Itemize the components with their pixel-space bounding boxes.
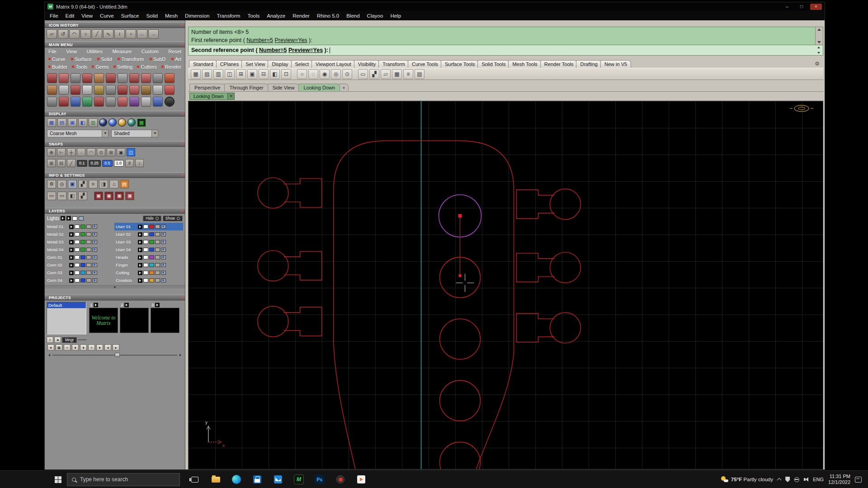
layer-visibility-chip[interactable] (143, 248, 148, 252)
layer-row-finger[interactable]: Finger (114, 261, 183, 269)
lights-secondary-chip[interactable] (79, 216, 84, 221)
layer-material-icon[interactable] (92, 232, 97, 236)
toolbar-icon-15[interactable]: ▞ (369, 69, 379, 79)
panel-header-info-settings[interactable]: INFO & SETTINGS × (45, 172, 185, 178)
tool-icon[interactable] (71, 73, 80, 83)
command-scrollbar[interactable] (815, 27, 823, 45)
hide-button[interactable]: Hide (143, 216, 161, 221)
layer-row-cutting[interactable]: Cutting (114, 269, 183, 277)
history-back-icon[interactable]: ← (137, 29, 147, 39)
toolbar-tab-curve-tools[interactable]: Curve Tools (408, 60, 442, 68)
maximize-button[interactable]: □ (796, 4, 807, 10)
project-toolbar-button[interactable]: ♦ (96, 344, 103, 351)
tool-icon[interactable] (94, 85, 104, 95)
layer-color-chip[interactable] (80, 248, 85, 252)
info-settings-icon[interactable]: ◧ (68, 192, 77, 200)
layer-row-metal-03[interactable]: Metal 03 (46, 238, 114, 246)
project-toolbar-button[interactable]: × (64, 344, 71, 351)
layer-expand-button[interactable] (69, 240, 74, 244)
info-settings-icon[interactable]: ≡ (89, 180, 98, 188)
main-menu-surface[interactable]: Surface (71, 56, 92, 62)
main-menu-utilities[interactable]: Utilities (86, 49, 102, 54)
layer-lock-icon[interactable] (155, 278, 160, 282)
layer-visibility-chip[interactable] (75, 271, 80, 275)
toolbar-icon-14[interactable]: ▭ (358, 69, 368, 79)
command-option-link[interactable]: Preview=Yes (274, 37, 307, 43)
toolbar-icon-19[interactable]: ▤ (415, 69, 425, 79)
edge-browser-button[interactable] (226, 471, 247, 488)
grid-display-icon[interactable]: ▦ (137, 118, 146, 127)
tool-icon[interactable] (129, 85, 139, 95)
title-bar[interactable]: M Matrix 9.0 (64-bit) - Untitled.3dm – □… (45, 2, 825, 11)
layer-visibility-chip[interactable] (75, 263, 80, 267)
close-icon[interactable]: × (180, 208, 183, 214)
layer-visibility-chip[interactable] (75, 248, 80, 252)
toolbar-icon-13[interactable]: ⊙ (342, 69, 352, 79)
toolbar-icon-9[interactable]: ○ (297, 69, 307, 79)
show-button[interactable]: Show (163, 216, 183, 221)
toolbar-icon-5[interactable]: ▣ (247, 69, 257, 79)
info-settings-icon[interactable]: ▞ (78, 180, 87, 188)
layer-color-chip[interactable] (149, 271, 154, 275)
layer-color-chip[interactable] (149, 255, 154, 259)
tool-icon[interactable] (106, 73, 116, 83)
command-history[interactable]: Number of items <8> 5First reference poi… (188, 27, 823, 45)
snap-icon[interactable]: ⊞ (107, 148, 115, 156)
info-settings-icon[interactable]: ▣ (125, 192, 134, 200)
layer-visibility-chip[interactable] (143, 240, 148, 244)
layer-expand-button[interactable] (138, 255, 142, 260)
screen-recorder-button[interactable] (330, 471, 351, 488)
toolbar-tab-new-in-v5[interactable]: New in V5 (600, 60, 631, 68)
menu-file[interactable]: File (46, 11, 62, 20)
layer-lock-icon[interactable] (155, 232, 160, 236)
menu-transform[interactable]: Transform (213, 11, 244, 20)
layer-expand-button[interactable] (69, 225, 74, 229)
layer-visibility-chip[interactable] (143, 225, 148, 229)
start-button[interactable] (49, 471, 67, 488)
layer-row-metal-01[interactable]: Metal 01 (46, 223, 114, 230)
tool-icon[interactable] (47, 85, 57, 95)
menu-curve[interactable]: Curve (96, 11, 118, 20)
layer-material-icon[interactable] (161, 240, 166, 244)
layer-expand-button[interactable] (138, 263, 142, 267)
layer-row-user-02[interactable]: User 02 (114, 230, 183, 238)
layer-color-chip[interactable] (149, 278, 154, 282)
layer-lock-icon[interactable] (86, 240, 91, 244)
project-toolbar-button[interactable]: ♦ (47, 344, 54, 351)
viewport-tab-looking-down[interactable]: Looking Down (298, 84, 340, 91)
layer-lock-icon[interactable] (86, 255, 91, 259)
layer-color-chip[interactable] (80, 263, 85, 267)
store-button[interactable] (247, 471, 268, 488)
tool-icon[interactable] (141, 85, 151, 95)
snap-increment-0-1[interactable]: 0.1 (77, 160, 87, 167)
layer-material-icon[interactable] (161, 255, 166, 259)
tool-icon[interactable] (165, 97, 175, 107)
toolbar-icon-1[interactable]: ▤ (202, 69, 212, 79)
scroll-left-icon[interactable] (48, 354, 50, 357)
tool-icon[interactable] (153, 73, 163, 83)
tool-icon[interactable] (118, 85, 127, 95)
close-icon[interactable]: × (180, 173, 183, 178)
snap-increment-0-5[interactable]: 0.5 (102, 160, 113, 167)
tool-icon[interactable] (153, 97, 163, 107)
layer-row-user-04[interactable]: User 04 (114, 246, 183, 253)
layer-visibility-chip[interactable] (75, 255, 80, 259)
info-settings-icon[interactable]: ▭ (57, 192, 66, 200)
toolbar-tab-render-tools[interactable]: Render Tools (540, 60, 578, 68)
command-option-link[interactable]: Number=5 (246, 37, 273, 43)
close-icon[interactable]: × (180, 23, 183, 28)
clock[interactable]: 11:31 PM 12/1/2022 (828, 474, 850, 485)
toolbar-tab-select[interactable]: Select (291, 60, 313, 68)
layer-expand-button[interactable] (138, 232, 142, 237)
info-settings-icon[interactable]: ▭ (47, 192, 56, 200)
arc-up-icon[interactable]: ◠ (69, 29, 80, 39)
menu-analyze[interactable]: Analyze (263, 11, 289, 20)
project-list-item-default[interactable]: Default (47, 302, 86, 308)
layer-row-user-03[interactable]: User 03 (114, 238, 183, 246)
toolbar-tab-cplanes[interactable]: CPlanes (216, 60, 243, 68)
layer-material-icon[interactable] (161, 271, 166, 275)
tool-icon[interactable] (82, 97, 92, 107)
main-menu-tools[interactable]: Tools (72, 64, 87, 70)
command-prompt-input[interactable]: Second reference point ( Number=5 Previe… (188, 45, 823, 56)
snap-icon[interactable]: ⊕ (47, 148, 56, 156)
